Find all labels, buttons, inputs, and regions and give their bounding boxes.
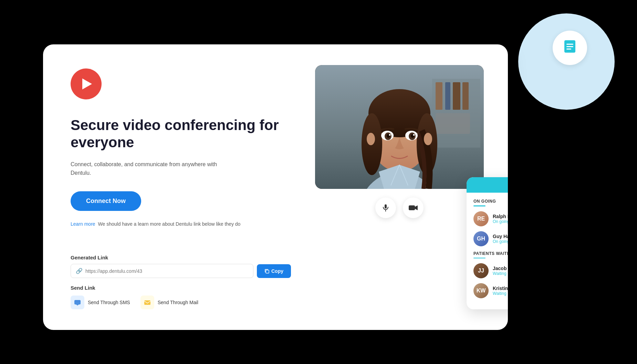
svg-rect-13 — [462, 82, 469, 110]
send-sms-option[interactable]: Send Through SMS — [71, 296, 130, 309]
hero-description: Connect, collaborate, and communicate fr… — [71, 160, 236, 178]
patient-name: Jacob Jones — [493, 266, 508, 271]
patients-waiting-section: PATIENTS WAITING JJ Jacob Jones Waiting … — [473, 251, 508, 299]
right-panel: Waiting Room ON GOING RE Ralph Edwards — [312, 65, 487, 309]
doc-icon-circle — [553, 31, 587, 65]
patient-name: Ralph Edwards — [493, 214, 508, 219]
svg-rect-12 — [453, 82, 460, 110]
hero-title: Secure video conferencing for everyone — [71, 117, 291, 151]
svg-rect-5 — [74, 300, 81, 304]
generated-link-input[interactable] — [85, 268, 248, 274]
waiting-room-header: Waiting Room — [467, 177, 508, 193]
svg-rect-1 — [566, 44, 573, 45]
mic-icon — [382, 204, 390, 212]
generated-link-section: Generated Link 🔗 Copy — [71, 255, 291, 309]
camera-button[interactable] — [403, 197, 424, 218]
svg-rect-2 — [566, 46, 573, 47]
svg-point-22 — [424, 133, 432, 145]
patient-name: Kristin Watson — [493, 286, 508, 291]
table-row: JJ Jacob Jones Waiting 11 mins 📵 — [473, 263, 508, 278]
table-row: RE Ralph Edwards On going 11 mins — [473, 211, 508, 226]
svg-point-30 — [413, 134, 415, 136]
table-row: KW Kristin Watson Waiting 11 mins 📵 — [473, 283, 508, 298]
learn-more-text: We should have a learn more about Dentul… — [98, 221, 241, 227]
left-panel: Secure video conferencing for everyone C… — [71, 65, 291, 309]
learn-more-row: Learn more We should have a learn more a… — [71, 221, 291, 227]
send-mail-text: Send Through Mail — [158, 300, 198, 305]
patient-name: Guy Hawkins — [493, 234, 508, 239]
camera-icon — [408, 204, 418, 212]
patient-info: Kristin Watson Waiting 11 mins — [493, 286, 508, 296]
svg-point-21 — [367, 133, 375, 145]
svg-rect-10 — [436, 82, 442, 110]
send-sms-text: Send Through SMS — [88, 300, 130, 305]
mic-button[interactable] — [375, 197, 396, 218]
send-mail-option[interactable]: Send Through Mail — [140, 296, 198, 309]
play-triangle — [82, 78, 92, 89]
svg-rect-4 — [266, 270, 269, 273]
generated-link-label: Generated Link — [71, 255, 291, 260]
svg-rect-6 — [74, 301, 81, 301]
ongoing-section-title: ON GOING — [473, 199, 508, 204]
svg-rect-7 — [144, 300, 150, 305]
send-options: Send Through SMS Send Through Mail — [71, 296, 291, 309]
patient-info: Guy Hawkins On going 11 mins — [493, 234, 508, 244]
patient-info: Ralph Edwards On going 11 mins — [493, 214, 508, 224]
waiting-room-body: ON GOING RE Ralph Edwards On going 11 mi… — [467, 193, 508, 309]
svg-rect-31 — [385, 204, 387, 208]
mail-icon — [140, 296, 154, 309]
link-input-row: 🔗 Copy — [71, 264, 291, 278]
main-card: Secure video conferencing for everyone C… — [43, 44, 508, 330]
table-row: GH Guy Hawkins On going 11 mins 📵 — [473, 231, 508, 246]
avatar: GH — [473, 231, 489, 246]
patient-info: Jacob Jones Waiting 11 mins — [493, 266, 508, 276]
send-link-label: Send Link — [71, 285, 291, 291]
video-controls — [375, 197, 424, 218]
ongoing-underline — [473, 205, 485, 206]
copy-button[interactable]: Copy — [257, 264, 291, 278]
waiting-room-card: Waiting Room ON GOING RE Ralph Edwards — [467, 177, 508, 309]
patient-status: On going 11 mins — [493, 239, 508, 244]
copy-icon — [264, 269, 269, 274]
sms-icon — [71, 296, 84, 309]
patient-status: Waiting 11 mins — [493, 291, 508, 296]
svg-rect-11 — [445, 82, 450, 110]
avatar: KW — [473, 283, 489, 298]
avatar: RE — [473, 211, 489, 226]
video-frame — [315, 65, 484, 189]
patient-status: Waiting 11 mins — [493, 271, 508, 276]
video-feed — [315, 65, 484, 189]
play-icon — [71, 68, 102, 99]
learn-more-link[interactable]: Learn more — [71, 221, 95, 227]
link-icon: 🔗 — [76, 268, 83, 274]
svg-rect-3 — [566, 49, 571, 50]
waiting-underline — [473, 258, 485, 259]
waiting-section-title: PATIENTS WAITING — [473, 251, 508, 256]
svg-rect-33 — [409, 205, 415, 210]
doc-icon — [562, 39, 577, 57]
svg-point-29 — [389, 134, 391, 136]
avatar: JJ — [473, 263, 489, 278]
link-input-wrapper: 🔗 — [71, 264, 253, 278]
patient-status: On going 11 mins — [493, 219, 508, 224]
connect-now-button[interactable]: Connect Now — [71, 191, 141, 211]
svg-rect-14 — [436, 113, 470, 134]
